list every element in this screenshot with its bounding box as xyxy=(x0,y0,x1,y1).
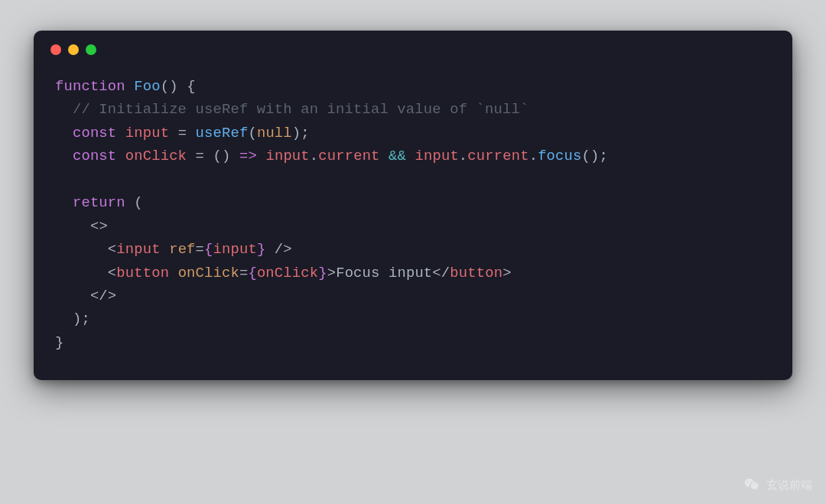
identifier: input xyxy=(125,125,169,141)
jsx-fragment-open: > xyxy=(99,218,107,235)
keyword-return: return xyxy=(73,194,125,211)
keyword-const: const xyxy=(73,125,116,141)
watermark: 玄说前端 xyxy=(743,476,812,493)
semicolon: ; xyxy=(81,311,89,327)
dot: . xyxy=(310,148,318,164)
jsx-tag: button xyxy=(450,265,502,281)
identifier: onClick xyxy=(125,148,187,164)
brace: { xyxy=(187,78,195,95)
jsx-gt: > xyxy=(283,241,291,258)
dot: . xyxy=(529,148,538,164)
identifier: input xyxy=(415,148,459,164)
operator: = xyxy=(196,241,204,258)
function-call: useRef xyxy=(196,125,249,141)
operator: = xyxy=(196,148,204,164)
comment: // Initialize useRef with an initial val… xyxy=(73,101,528,118)
wechat-icon xyxy=(743,476,760,493)
paren: ( xyxy=(134,194,142,211)
logical-and: && xyxy=(389,148,406,164)
method: focus xyxy=(538,148,581,164)
identifier: input xyxy=(265,148,309,164)
paren: ( xyxy=(248,125,256,141)
operator: = xyxy=(239,265,248,281)
identifier: input xyxy=(213,241,257,258)
jsx-brace: } xyxy=(257,241,265,258)
watermark-label: 玄说前端 xyxy=(766,478,812,493)
jsx-fragment-close: </ xyxy=(90,288,108,304)
dot: . xyxy=(459,148,467,164)
paren: ( xyxy=(213,148,222,164)
paren: ) xyxy=(292,125,301,141)
jsx-brace: } xyxy=(318,265,327,281)
jsx-gt: > xyxy=(502,265,511,281)
code-block: function Foo() { // Initialize useRef wi… xyxy=(34,55,792,380)
semicolon: ; xyxy=(301,125,309,141)
jsx-close-lt: </ xyxy=(432,265,450,281)
close-icon[interactable] xyxy=(50,44,61,55)
maximize-icon[interactable] xyxy=(86,44,96,55)
null-literal: null xyxy=(257,125,292,141)
arrow: => xyxy=(239,148,257,164)
minimize-icon[interactable] xyxy=(68,44,79,55)
jsx-lt: < xyxy=(108,241,116,258)
operator: = xyxy=(178,125,187,141)
keyword-const: const xyxy=(73,148,116,164)
jsx-text: Focus input xyxy=(336,265,432,281)
window-titlebar xyxy=(34,31,792,55)
jsx-tag: input xyxy=(116,241,160,258)
paren: ( xyxy=(161,78,169,95)
function-name: Foo xyxy=(134,78,160,95)
jsx-tag: button xyxy=(116,265,169,281)
paren: ) xyxy=(73,311,81,327)
property: current xyxy=(467,148,528,164)
jsx-brace: { xyxy=(248,265,256,281)
keyword-function: function xyxy=(55,78,125,95)
identifier: onClick xyxy=(257,265,318,281)
jsx-slash: / xyxy=(265,241,283,258)
jsx-attr: onClick xyxy=(178,265,239,281)
property: current xyxy=(318,148,379,164)
jsx-fragment-close: > xyxy=(108,288,116,304)
code-window: function Foo() { // Initialize useRef wi… xyxy=(34,31,792,380)
paren: ) xyxy=(590,148,599,164)
paren: ) xyxy=(169,78,177,95)
jsx-attr: ref xyxy=(169,241,195,258)
jsx-fragment-open: < xyxy=(90,218,99,235)
brace: } xyxy=(55,334,63,351)
semicolon: ; xyxy=(599,148,607,164)
paren: ( xyxy=(581,148,590,164)
jsx-gt: > xyxy=(327,265,336,281)
jsx-brace: { xyxy=(204,241,213,258)
jsx-lt: < xyxy=(108,265,116,281)
paren: ) xyxy=(222,148,230,164)
